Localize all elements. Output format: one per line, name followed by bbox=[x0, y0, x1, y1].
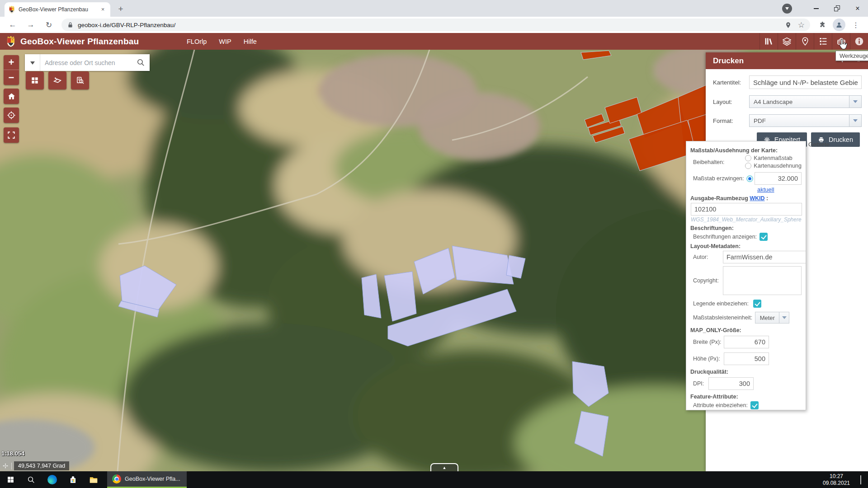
attribute-table-handle[interactable]: ▲ bbox=[430, 463, 458, 471]
window-minimize-button[interactable] bbox=[806, 0, 826, 17]
massstab-input[interactable] bbox=[755, 172, 802, 185]
app-header: GeoBox-Viewer Pflanzenbau FLOrlp WIP Hil… bbox=[0, 33, 868, 50]
attribute-label: Attribute einbeziehen: bbox=[693, 402, 748, 408]
wkid-hint: WGS_1984_Web_Mercator_Auxiliary_Sphere bbox=[691, 216, 802, 223]
crosshair-icon[interactable] bbox=[2, 462, 9, 469]
layout-metadaten-title: Layout-Metadaten: bbox=[690, 243, 802, 249]
fullscreen-button[interactable] bbox=[4, 127, 19, 143]
search-source-dropdown[interactable] bbox=[25, 54, 40, 71]
menu-item-florlp[interactable]: FLOrlp bbox=[187, 38, 207, 45]
locate-button[interactable] bbox=[4, 108, 19, 123]
zoom-out-button[interactable]: − bbox=[4, 70, 19, 85]
new-tab-button[interactable]: + bbox=[115, 3, 127, 15]
search-submit-button[interactable] bbox=[132, 54, 150, 71]
chrome-icon bbox=[112, 474, 121, 483]
forward-button[interactable]: → bbox=[24, 20, 38, 29]
feature-search-button[interactable] bbox=[71, 71, 89, 89]
window-close-button[interactable]: × bbox=[847, 0, 868, 17]
folder-icon bbox=[89, 476, 98, 484]
geolocation-pin-icon[interactable] bbox=[785, 21, 792, 29]
layers-icon bbox=[782, 37, 792, 46]
dpi-input[interactable] bbox=[708, 377, 754, 390]
back-button[interactable]: ← bbox=[6, 20, 19, 29]
massstab-erzwingen-label: Maßstab erzwingen: bbox=[693, 175, 744, 182]
edge-button[interactable] bbox=[42, 471, 62, 488]
maponly-title: MAP_ONLY-Größe: bbox=[690, 327, 802, 333]
aktuell-link[interactable]: aktuell bbox=[757, 186, 774, 193]
feature-title: Feature-Attribute: bbox=[690, 394, 802, 400]
active-app-label: GeoBox-Viewer Pfla... bbox=[125, 476, 180, 482]
drucken-label: Drucken bbox=[829, 136, 853, 143]
zoom-control: + − bbox=[4, 55, 19, 85]
info-button[interactable] bbox=[850, 33, 868, 50]
zoom-in-button[interactable]: + bbox=[4, 55, 19, 70]
extensions-puzzle-icon[interactable] bbox=[816, 21, 829, 29]
wkid-link[interactable]: WKID bbox=[750, 195, 764, 202]
url-bar[interactable]: geobox-i.de/GBV-RLP-Pflanzenbau/ ☆ bbox=[61, 19, 810, 31]
search-icon bbox=[137, 58, 145, 67]
browser-tab[interactable]: GeoBox-Viewer Pflanzenbau × bbox=[5, 2, 110, 17]
windows-logo-icon bbox=[7, 476, 14, 483]
bookmark-star-icon[interactable]: ☆ bbox=[798, 20, 805, 30]
draw-measure-button[interactable] bbox=[48, 71, 66, 89]
wkid-input[interactable] bbox=[691, 203, 802, 216]
menu-item-wip[interactable]: WIP bbox=[219, 38, 231, 45]
kartentitel-input[interactable] bbox=[749, 75, 862, 89]
copyright-textarea[interactable] bbox=[723, 266, 802, 295]
breite-label: Breite (Px): bbox=[693, 339, 723, 345]
window-restore-button[interactable] bbox=[826, 0, 847, 17]
browser-profile-chevron-icon[interactable] bbox=[782, 4, 792, 14]
massstab-erzwingen-radio[interactable] bbox=[746, 175, 753, 182]
page-title: GeoBox-Viewer Pflanzenbau bbox=[20, 37, 139, 47]
kartentitel-label: Kartentitel: bbox=[713, 79, 749, 86]
legende-checkbox[interactable] bbox=[753, 300, 761, 308]
basemap-gallery-button[interactable] bbox=[26, 71, 44, 89]
expand-arrow-icon: ▲ bbox=[443, 465, 447, 470]
copyright-label: Copyright: bbox=[693, 277, 723, 284]
attribute-checkbox[interactable] bbox=[750, 401, 759, 409]
browser-menu-kebab-icon[interactable]: ⋮ bbox=[849, 21, 863, 29]
beschriftungen-checkbox[interactable] bbox=[760, 233, 768, 241]
legend-button[interactable] bbox=[814, 33, 832, 50]
raumbezug-suffix: : bbox=[766, 195, 768, 202]
tab-close-icon[interactable]: × bbox=[99, 6, 107, 14]
format-select[interactable]: PDF bbox=[749, 114, 862, 127]
coordinate-bar: 49,543 7,947 Grad bbox=[2, 461, 69, 471]
location-button[interactable] bbox=[796, 33, 814, 50]
taskbar-active-app[interactable]: GeoBox-Viewer Pfla... bbox=[107, 471, 187, 488]
clock-time: 10:27 bbox=[811, 473, 861, 480]
layout-label: Layout: bbox=[713, 99, 749, 105]
draw-measure-icon bbox=[52, 75, 62, 85]
browser-toolbar: ← → ↻ geobox-i.de/GBV-RLP-Pflanzenbau/ ☆… bbox=[0, 17, 868, 33]
legende-label: Legende einbeziehen: bbox=[693, 300, 749, 307]
taskbar-clock[interactable]: 10:27 09.08.2021 bbox=[811, 473, 861, 486]
locate-icon bbox=[7, 111, 16, 120]
print-panel-title: Drucken bbox=[713, 56, 744, 66]
breite-input[interactable] bbox=[724, 336, 769, 348]
start-button[interactable] bbox=[0, 471, 21, 488]
home-button[interactable] bbox=[4, 89, 19, 104]
menu-item-hilfe[interactable]: Hilfe bbox=[244, 38, 257, 45]
kartenausdehnung-radio[interactable] bbox=[745, 163, 751, 169]
file-explorer-button[interactable] bbox=[83, 471, 104, 488]
screen: GeoBox-Viewer Pflanzenbau × + × ← → ↻ ge… bbox=[0, 0, 868, 488]
reload-button[interactable]: ↻ bbox=[42, 20, 56, 30]
search-input[interactable] bbox=[40, 54, 132, 71]
info-icon bbox=[854, 37, 864, 46]
einheit-select[interactable]: Meter bbox=[755, 312, 789, 324]
store-button[interactable] bbox=[62, 471, 83, 488]
library-button[interactable] bbox=[760, 33, 778, 50]
beschriftungen-title: Beschriftungen: bbox=[690, 225, 802, 231]
lock-icon bbox=[67, 21, 74, 28]
browser-avatar[interactable] bbox=[833, 19, 845, 31]
show-desktop-divider[interactable] bbox=[860, 475, 861, 484]
hoehe-input[interactable] bbox=[724, 352, 769, 365]
window-controls: × bbox=[782, 0, 868, 17]
scale-section-title: Maßstab/Ausdehnung der Karte: bbox=[690, 147, 802, 154]
taskbar-search-button[interactable] bbox=[21, 471, 42, 488]
kartenmassstab-radio[interactable] bbox=[745, 155, 751, 161]
autor-input[interactable] bbox=[723, 251, 806, 263]
layout-select[interactable]: A4 Landscape bbox=[749, 95, 862, 108]
layers-button[interactable] bbox=[778, 33, 796, 50]
legend-list-icon bbox=[818, 37, 828, 46]
